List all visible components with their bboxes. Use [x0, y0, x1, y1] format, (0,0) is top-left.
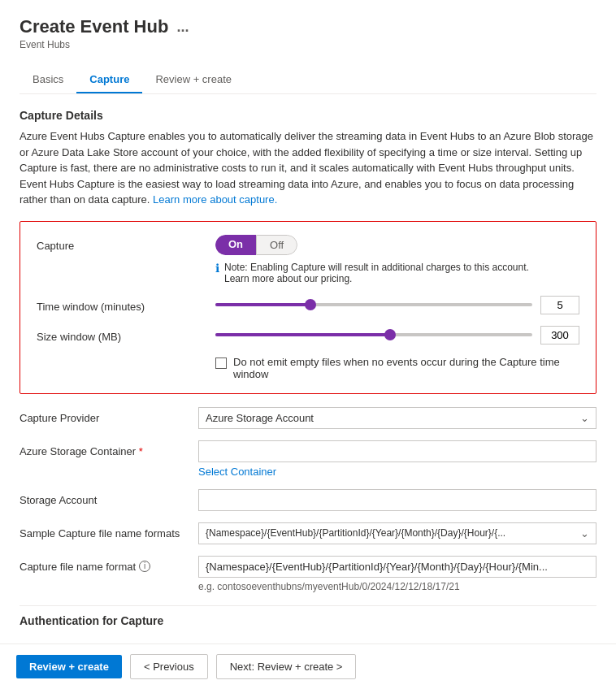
time-window-label: Time window (minutes) [37, 296, 215, 313]
azure-storage-container-control: Select Container [198, 440, 596, 478]
time-window-input[interactable] [540, 296, 579, 314]
pricing-link[interactable]: Learn more about our pricing. [224, 273, 352, 284]
next-button[interactable]: Next: Review + create > [216, 654, 357, 679]
capture-format-label: Capture file name format i [20, 556, 198, 573]
sample-format-row: Sample Capture file name formats {Namesp… [20, 522, 596, 544]
tab-bar: Basics Capture Review + create [20, 67, 596, 94]
learn-more-capture-link[interactable]: Learn more about capture. [153, 193, 277, 206]
size-window-thumb[interactable] [384, 329, 396, 340]
size-window-input[interactable] [540, 326, 579, 344]
capture-format-row: Capture file name format i e.g. contosoe… [20, 556, 596, 592]
capture-settings-box: Capture On Off ℹ Note: Enabling Capture … [20, 221, 596, 394]
capture-provider-control: Azure Storage Account ⌄ [198, 407, 596, 429]
time-window-fill [215, 303, 310, 306]
capture-provider-label: Capture Provider [20, 407, 198, 424]
sample-format-select[interactable]: {Namespace}/{EventHub}/{PartitionId}/{Ye… [198, 522, 596, 544]
capture-label: Capture [37, 235, 215, 252]
capture-provider-row: Capture Provider Azure Storage Account ⌄ [20, 407, 596, 429]
storage-account-control [198, 489, 596, 511]
size-window-label: Size window (MB) [37, 326, 215, 343]
capture-format-example: e.g. contosoeventhubns/myeventHub/0/2024… [198, 581, 596, 592]
storage-account-label: Storage Account [20, 489, 198, 506]
empty-files-checkbox[interactable] [215, 358, 227, 369]
page-title: Create Event Hub [20, 16, 168, 37]
azure-storage-container-label: Azure Storage Container * [20, 440, 198, 457]
toggle-off[interactable]: Off [256, 235, 297, 255]
select-container-link[interactable]: Select Container [198, 466, 276, 478]
capture-provider-select[interactable]: Azure Storage Account ⌄ [198, 407, 596, 429]
time-window-slider-row [215, 296, 579, 314]
auth-section-title: Authentication for Capture [20, 605, 596, 627]
capture-provider-arrow: ⌄ [580, 412, 589, 424]
storage-account-input[interactable] [198, 489, 596, 511]
capture-note: ℹ Note: Enabling Capture will result in … [215, 262, 579, 284]
checkbox-section: Do not emit empty files when no events o… [37, 356, 579, 380]
size-window-control [215, 326, 579, 344]
tab-review-create[interactable]: Review + create [142, 67, 245, 93]
page-subtitle: Event Hubs [20, 39, 596, 50]
capture-provider-value: Azure Storage Account [206, 412, 314, 424]
sample-format-control: {Namespace}/{EventHub}/{PartitionId}/{Ye… [198, 522, 596, 544]
section-title: Capture Details [20, 109, 596, 122]
sample-format-value: {Namespace}/{EventHub}/{PartitionId}/{Ye… [206, 527, 505, 539]
size-window-row: Size window (MB) [37, 326, 579, 344]
toggle-on[interactable]: On [215, 235, 256, 255]
capture-format-input[interactable] [198, 556, 596, 578]
capture-format-control: e.g. contosoeventhubns/myeventHub/0/2024… [198, 556, 596, 592]
size-window-slider-row [215, 326, 579, 344]
time-window-thumb[interactable] [305, 299, 316, 310]
capture-toggle-row: Capture On Off ℹ Note: Enabling Capture … [37, 235, 579, 284]
page-dots[interactable]: ... [176, 19, 189, 36]
previous-button[interactable]: < Previous [130, 654, 208, 679]
time-window-track[interactable] [215, 303, 532, 306]
review-create-button[interactable]: Review + create [16, 655, 122, 678]
storage-account-row: Storage Account [20, 489, 596, 511]
sample-format-arrow: ⌄ [580, 527, 589, 540]
empty-files-label: Do not emit empty files when no events o… [233, 356, 579, 380]
time-window-control [215, 296, 579, 314]
capture-toggle[interactable]: On Off [215, 235, 297, 255]
toggle-wrap: On Off [215, 235, 579, 255]
azure-storage-container-row: Azure Storage Container * Select Contain… [20, 440, 596, 478]
bottom-bar: Review + create < Previous Next: Review … [0, 644, 616, 689]
capture-format-info-icon[interactable]: i [139, 561, 150, 572]
required-marker: * [139, 445, 143, 457]
time-window-row: Time window (minutes) [37, 296, 579, 314]
page-title-row: Create Event Hub ... [20, 16, 596, 37]
azure-storage-container-input[interactable] [198, 440, 596, 462]
capture-description: Azure Event Hubs Capture enables you to … [20, 128, 596, 208]
empty-files-checkbox-row: Do not emit empty files when no events o… [215, 356, 579, 380]
note-text: Note: Enabling Capture will result in ad… [224, 262, 529, 284]
size-window-track[interactable] [215, 333, 532, 336]
tab-capture[interactable]: Capture [76, 67, 142, 93]
sample-format-label: Sample Capture file name formats [20, 522, 198, 540]
info-icon: ℹ [215, 262, 219, 275]
capture-toggle-control: On Off ℹ Note: Enabling Capture will res… [215, 235, 579, 284]
tab-basics[interactable]: Basics [20, 67, 76, 93]
size-window-fill [215, 333, 390, 336]
